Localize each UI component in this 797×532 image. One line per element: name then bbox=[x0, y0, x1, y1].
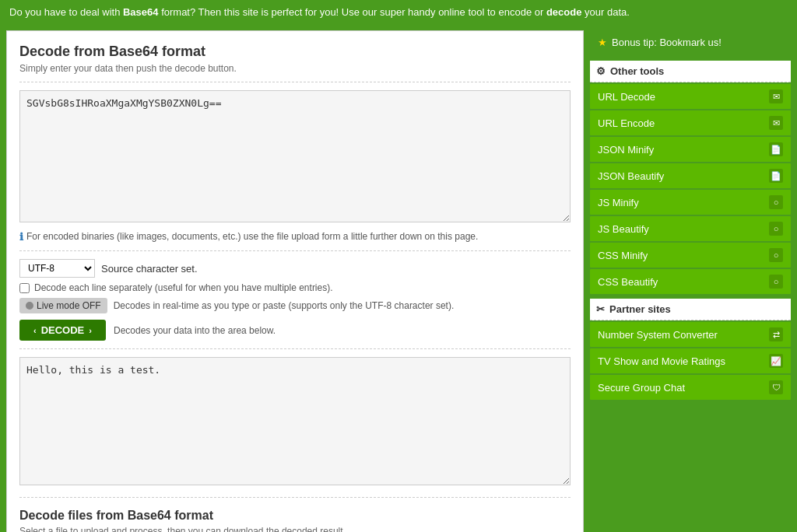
json-minify-icon: 📄 bbox=[769, 142, 783, 156]
gear-icon: ⚙ bbox=[596, 65, 606, 77]
live-mode-button[interactable]: Live mode OFF bbox=[19, 298, 107, 313]
info-note: ℹ For encoded binaries (like images, doc… bbox=[19, 231, 571, 243]
sidebar-item-tv-ratings[interactable]: TV Show and Movie Ratings 📈 bbox=[590, 348, 791, 373]
top-banner: Do you have to deal with Base64 format? … bbox=[0, 0, 797, 24]
info-icon: ℹ bbox=[19, 231, 23, 243]
url-decode-label: URL Decode bbox=[598, 91, 655, 103]
separate-lines-checkbox[interactable] bbox=[19, 283, 30, 293]
number-converter-icon: ⇄ bbox=[769, 327, 783, 341]
number-converter-label: Number System Converter bbox=[598, 329, 718, 341]
css-minify-icon: ○ bbox=[769, 248, 783, 262]
sidebar-item-secure-chat[interactable]: Secure Group Chat 🛡 bbox=[590, 375, 791, 400]
main-content: Decode from Base64 format Simply enter y… bbox=[6, 30, 584, 532]
url-encode-label: URL Encode bbox=[598, 117, 655, 129]
charset-select[interactable]: UTF-8 ISO-8859-1 ASCII bbox=[19, 259, 95, 278]
tools-list: URL Decode ✉ URL Encode ✉ JSON Minify 📄 … bbox=[590, 84, 791, 294]
json-beautify-icon: 📄 bbox=[769, 169, 783, 183]
secure-chat-icon: 🛡 bbox=[769, 380, 783, 394]
decoded-output[interactable] bbox=[19, 357, 571, 485]
live-mode-label: Live mode OFF bbox=[37, 300, 101, 311]
live-mode-description: Decodes in real-time as you type or past… bbox=[114, 300, 455, 311]
tv-ratings-icon: 📈 bbox=[769, 354, 783, 368]
url-encode-icon: ✉ bbox=[769, 116, 783, 130]
partner-icon: ✂ bbox=[596, 303, 605, 315]
page-title: Decode from Base64 format bbox=[19, 44, 571, 60]
sidebar: ★ Bonus tip: Bookmark us! ⚙ Other tools … bbox=[590, 30, 791, 532]
charset-row: UTF-8 ISO-8859-1 ASCII Source character … bbox=[19, 259, 571, 278]
chevron-left-icon: ‹ bbox=[33, 326, 37, 335]
star-icon: ★ bbox=[598, 37, 607, 48]
sidebar-item-url-decode[interactable]: URL Decode ✉ bbox=[590, 84, 791, 109]
base64-input[interactable] bbox=[19, 90, 571, 222]
chevron-right-icon: › bbox=[89, 326, 92, 335]
js-beautify-icon: ○ bbox=[769, 222, 783, 236]
sidebar-item-js-beautify[interactable]: JS Beautify ○ bbox=[590, 216, 791, 241]
css-beautify-icon: ○ bbox=[769, 275, 783, 289]
json-beautify-label: JSON Beautify bbox=[598, 170, 664, 182]
sidebar-item-json-minify[interactable]: JSON Minify 📄 bbox=[590, 137, 791, 162]
tv-ratings-label: TV Show and Movie Ratings bbox=[598, 355, 725, 367]
sidebar-item-json-beautify[interactable]: JSON Beautify 📄 bbox=[590, 163, 791, 188]
bonus-tip: ★ Bonus tip: Bookmark us! bbox=[590, 30, 791, 54]
json-minify-label: JSON Minify bbox=[598, 144, 654, 156]
decode-btn-row: ‹ DECODE › Decodes your data into the ar… bbox=[19, 320, 571, 341]
checkbox-row: Decode each line separately (useful for … bbox=[19, 282, 571, 293]
sidebar-item-url-encode[interactable]: URL Encode ✉ bbox=[590, 110, 791, 135]
css-beautify-label: CSS Beautify bbox=[598, 276, 658, 288]
charset-label: Source character set. bbox=[101, 263, 198, 275]
page-subtitle: Simply enter your data then push the dec… bbox=[19, 63, 571, 74]
files-section-title: Decode files from Base64 format bbox=[19, 509, 571, 523]
checkbox-label: Decode each line separately (useful for … bbox=[34, 282, 333, 293]
url-decode-icon: ✉ bbox=[769, 89, 783, 103]
sidebar-item-css-beautify[interactable]: CSS Beautify ○ bbox=[590, 269, 791, 294]
decode-button[interactable]: ‹ DECODE › bbox=[19, 320, 106, 341]
files-section-subtitle: Select a file to upload and process, the… bbox=[19, 526, 571, 532]
sidebar-item-js-minify[interactable]: JS Minify ○ bbox=[590, 190, 791, 215]
other-tools-header: ⚙ Other tools bbox=[590, 61, 791, 82]
js-beautify-label: JS Beautify bbox=[598, 223, 649, 235]
sidebar-item-number-converter[interactable]: Number System Converter ⇄ bbox=[590, 322, 791, 347]
secure-chat-label: Secure Group Chat bbox=[598, 382, 685, 394]
css-minify-label: CSS Minify bbox=[598, 250, 648, 261]
js-minify-icon: ○ bbox=[769, 195, 783, 209]
sidebar-item-css-minify[interactable]: CSS Minify ○ bbox=[590, 243, 791, 268]
live-mode-row: Live mode OFF Decodes in real-time as yo… bbox=[19, 298, 571, 313]
partners-list: Number System Converter ⇄ TV Show and Mo… bbox=[590, 322, 791, 400]
decode-note: Decodes your data into the area below. bbox=[114, 325, 276, 336]
js-minify-label: JS Minify bbox=[598, 197, 639, 208]
live-indicator bbox=[26, 302, 33, 310]
partner-sites-header: ✂ Partner sites bbox=[590, 299, 791, 320]
